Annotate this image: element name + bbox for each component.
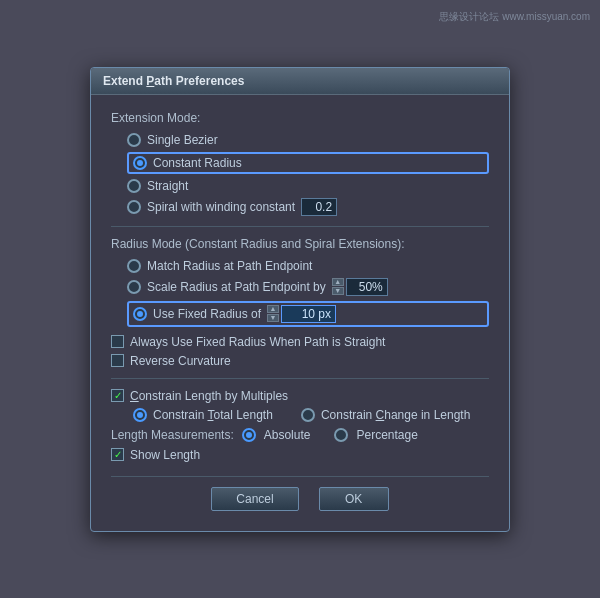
checkbox-label-constrain-length: CConstrain Length by Multiplesonstrain L… — [130, 389, 288, 403]
extension-mode-group: Single Bezier Constant Radius Straight — [127, 133, 489, 216]
radio-label-percentage: Percentage — [356, 428, 417, 442]
scale-spinner-buttons[interactable]: ▲ ▼ — [332, 278, 344, 296]
radio-label-match-radius: Match Radius at Path Endpoint — [147, 259, 312, 273]
radio-constrain-change[interactable] — [301, 408, 315, 422]
separator-2 — [111, 378, 489, 379]
radio-label-fixed-radius: Use Fixed Radius of — [153, 307, 261, 321]
sub-radio-row-constrain-total[interactable]: Constrain Total Length Constrain Change … — [133, 408, 489, 422]
length-measurements-label: Length Measurements: — [111, 428, 234, 442]
checkbox-label-always-fixed: Always Use Fixed Radius When Path is Str… — [130, 335, 385, 349]
radio-label-spiral: Spiral with winding constant — [147, 200, 295, 214]
radio-constrain-total-dot — [137, 412, 143, 418]
scale-radius-input[interactable] — [346, 278, 388, 296]
separator-1 — [111, 226, 489, 227]
radio-row-fixed-radius[interactable]: Use Fixed Radius of ▲ ▼ — [127, 301, 489, 327]
radio-label-constrain-total: Constrain Total Length — [153, 408, 273, 422]
checkbox-always-fixed[interactable] — [111, 335, 124, 348]
checkbox-row-constrain-length[interactable]: ✓ CConstrain Length by Multiplesonstrain… — [111, 389, 489, 403]
radio-label-single-bezier: Single Bezier — [147, 133, 218, 147]
extension-mode-label: Extension Mode: — [111, 111, 489, 125]
radio-row-single-bezier[interactable]: Single Bezier — [127, 133, 489, 147]
radio-percentage[interactable] — [334, 428, 348, 442]
radio-match-radius[interactable] — [127, 259, 141, 273]
checkbox-reverse-curvature[interactable] — [111, 354, 124, 367]
cancel-button[interactable]: Cancel — [211, 487, 298, 511]
dialog-content: Extension Mode: Single Bezier Constant R… — [91, 95, 509, 531]
checkbox-label-reverse-curvature: Reverse Curvature — [130, 354, 231, 368]
fixed-spin-up[interactable]: ▲ — [267, 305, 279, 313]
watermark: 思缘设计论坛 www.missyuan.com — [439, 10, 590, 24]
radio-row-straight[interactable]: Straight — [127, 179, 489, 193]
checkbox-row-show-length[interactable]: ✓ Show Length — [111, 448, 489, 462]
spiral-winding-input[interactable] — [301, 198, 337, 216]
checkbox-constrain-length[interactable]: ✓ — [111, 389, 124, 402]
checkbox-row-always-fixed[interactable]: Always Use Fixed Radius When Path is Str… — [111, 335, 489, 349]
fixed-radius-spinner: ▲ ▼ — [267, 305, 336, 323]
dialog-container: Extend Path Preferences Extension Mode: … — [90, 67, 510, 532]
radio-constant-radius[interactable] — [133, 156, 147, 170]
radio-row-constant-radius[interactable]: Constant Radius — [127, 152, 489, 174]
radio-straight[interactable] — [127, 179, 141, 193]
radius-mode-group: Match Radius at Path Endpoint Scale Radi… — [127, 259, 489, 327]
radio-spiral[interactable] — [127, 200, 141, 214]
fixed-spinner-buttons[interactable]: ▲ ▼ — [267, 305, 279, 323]
ok-button[interactable]: OK — [319, 487, 389, 511]
fixed-radius-input[interactable] — [281, 305, 336, 323]
radio-label-constant-radius: Constant Radius — [153, 156, 242, 170]
radio-absolute[interactable] — [242, 428, 256, 442]
radio-fixed-radius-dot — [137, 311, 143, 317]
checkbox-show-length[interactable]: ✓ — [111, 448, 124, 461]
radio-row-spiral[interactable]: Spiral with winding constant — [127, 198, 489, 216]
radio-single-bezier[interactable] — [127, 133, 141, 147]
radio-row-match-radius[interactable]: Match Radius at Path Endpoint — [127, 259, 489, 273]
scale-radius-spinner: ▲ ▼ — [332, 278, 388, 296]
button-row: Cancel OK — [111, 476, 489, 519]
fixed-spin-down[interactable]: ▼ — [267, 314, 279, 322]
radio-fixed-radius[interactable] — [133, 307, 147, 321]
radio-scale-radius[interactable] — [127, 280, 141, 294]
radius-mode-label: Radius Mode (Constant Radius and Spiral … — [111, 237, 489, 251]
radio-label-absolute: Absolute — [264, 428, 311, 442]
radio-constrain-total[interactable] — [133, 408, 147, 422]
length-measurements-row: Length Measurements: Absolute Percentage — [111, 428, 489, 442]
scale-spin-up[interactable]: ▲ — [332, 278, 344, 286]
radio-label-straight: Straight — [147, 179, 188, 193]
checkbox-row-reverse-curvature[interactable]: Reverse Curvature — [111, 354, 489, 368]
radio-absolute-dot — [246, 432, 252, 438]
dialog-title: Extend Path Preferences — [103, 74, 244, 88]
title-bar: Extend Path Preferences — [91, 68, 509, 95]
radio-label-constrain-change: Constrain Change in Length — [321, 408, 470, 422]
radio-constant-radius-dot — [137, 160, 143, 166]
radio-label-scale-radius: Scale Radius at Path Endpoint by — [147, 280, 326, 294]
checkbox-label-show-length: Show Length — [130, 448, 200, 462]
radio-row-scale-radius[interactable]: Scale Radius at Path Endpoint by ▲ ▼ — [127, 278, 489, 296]
scale-spin-down[interactable]: ▼ — [332, 287, 344, 295]
